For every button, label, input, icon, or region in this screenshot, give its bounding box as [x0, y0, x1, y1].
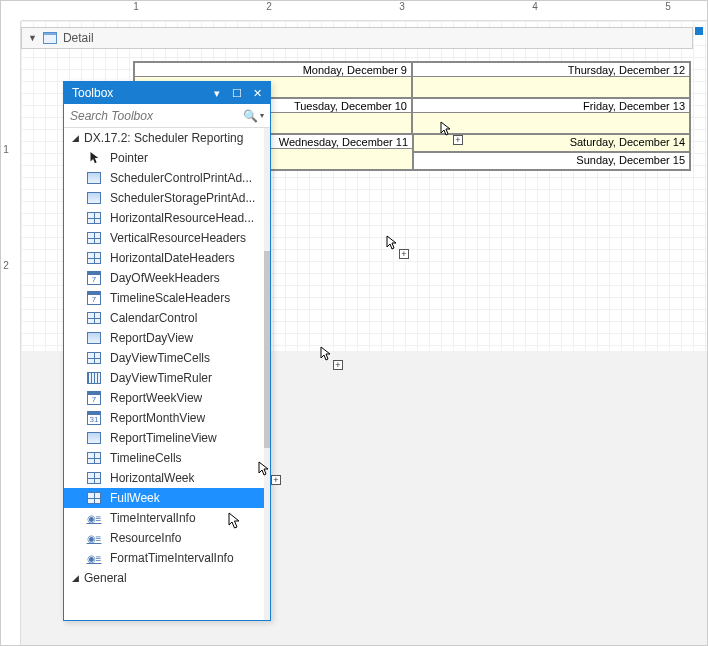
toolbox-item-label: DayOfWeekHeaders	[110, 271, 220, 285]
toolbox-item-label: TimelineScaleHeaders	[110, 291, 230, 305]
scheduler-cell: Sunday, December 15	[413, 152, 690, 170]
toolbox-item-label: ReportWeekView	[110, 391, 202, 405]
toolbox-item[interactable]: HorizontalWeek	[64, 468, 270, 488]
toolbox-category[interactable]: ◢ DX.17.2: Scheduler Reporting	[64, 128, 270, 148]
toolbox-item[interactable]: VerticalResourceHeaders	[64, 228, 270, 248]
maximize-icon[interactable]: ☐	[228, 85, 246, 101]
search-icon[interactable]: 🔍	[243, 109, 258, 123]
toolbox-item-label: HorizontalDateHeaders	[110, 251, 235, 265]
toolbox-item-label: ResourceInfo	[110, 531, 181, 545]
toolbox-list[interactable]: ◢ DX.17.2: Scheduler Reporting PointerSc…	[64, 128, 270, 620]
toolbox-item-label: ReportTimelineView	[110, 431, 217, 445]
caret-down-icon: ◢	[72, 133, 80, 143]
close-icon[interactable]: ✕	[248, 85, 266, 101]
toolbox-item-label: Pointer	[110, 151, 148, 165]
toolbox-category[interactable]: ◢ General	[64, 568, 270, 588]
category-label: DX.17.2: Scheduler Reporting	[84, 131, 243, 145]
toolbox-item-label: CalendarControl	[110, 311, 197, 325]
toolbox-item[interactable]: TimelineCells	[64, 448, 270, 468]
toolbox-title: Toolbox	[72, 86, 206, 100]
toolbox-item[interactable]: SchedulerStoragePrintAd...	[64, 188, 270, 208]
toolbox-item[interactable]: ReportTimelineView	[64, 428, 270, 448]
horizontal-ruler: 1 2 3 4 5	[21, 1, 707, 21]
toolbox-item-label: ReportDayView	[110, 331, 193, 345]
toolbox-item-label: HorizontalWeek	[110, 471, 194, 485]
toolbox-item[interactable]: ◉≡FormatTimeIntervalInfo	[64, 548, 270, 568]
toolbox-item[interactable]: DayViewTimeCells	[64, 348, 270, 368]
collapse-icon[interactable]: ▼	[28, 33, 37, 43]
toolbox-item-label: TimeIntervalInfo	[110, 511, 196, 525]
toolbox-item-label: SchedulerControlPrintAd...	[110, 171, 252, 185]
day-header: Sunday, December 15	[414, 153, 689, 169]
toolbox-item[interactable]: HorizontalResourceHead...	[64, 208, 270, 228]
selection-handle[interactable]	[695, 27, 703, 35]
dropdown-icon[interactable]: ▾	[208, 85, 226, 101]
day-header: Thursday, December 12	[413, 63, 689, 77]
category-label: General	[84, 571, 127, 585]
scrollbar-track[interactable]	[264, 128, 270, 620]
toolbox-item-label: FullWeek	[110, 491, 160, 505]
search-dropdown-icon[interactable]: ▾	[260, 111, 264, 120]
toolbox-item-label: FormatTimeIntervalInfo	[110, 551, 234, 565]
toolbox-item-label: HorizontalResourceHead...	[110, 211, 254, 225]
toolbox-item-label: VerticalResourceHeaders	[110, 231, 246, 245]
day-header: Monday, December 9	[135, 63, 411, 77]
toolbox-item[interactable]: HorizontalDateHeaders	[64, 248, 270, 268]
scrollbar-thumb[interactable]	[264, 251, 270, 448]
scheduler-cell: Friday, December 13	[412, 98, 690, 134]
day-header: Saturday, December 14	[414, 135, 689, 151]
toolbox-item-label: TimelineCells	[110, 451, 182, 465]
toolbox-item[interactable]: CalendarControl	[64, 308, 270, 328]
toolbox-item[interactable]: SchedulerControlPrintAd...	[64, 168, 270, 188]
toolbox-panel[interactable]: Toolbox ▾ ☐ ✕ 🔍 ▾ ◢ DX.17.2: Scheduler R…	[63, 81, 271, 621]
toolbox-item[interactable]: DayViewTimeRuler	[64, 368, 270, 388]
toolbox-item[interactable]: Pointer	[64, 148, 270, 168]
detail-band-header[interactable]: ▼ Detail	[21, 27, 693, 49]
toolbox-item[interactable]: ReportDayView	[64, 328, 270, 348]
day-header: Friday, December 13	[413, 99, 689, 113]
toolbox-item-label: SchedulerStoragePrintAd...	[110, 191, 255, 205]
toolbox-item[interactable]: 31ReportMonthView	[64, 408, 270, 428]
search-input[interactable]	[70, 109, 243, 123]
vertical-ruler: 1 2	[1, 21, 21, 645]
toolbox-item[interactable]: 7TimelineScaleHeaders	[64, 288, 270, 308]
toolbox-item-label: DayViewTimeRuler	[110, 371, 212, 385]
toolbox-item[interactable]: FullWeek	[64, 488, 270, 508]
toolbox-item[interactable]: 7ReportWeekView	[64, 388, 270, 408]
toolbox-item-label: ReportMonthView	[110, 411, 205, 425]
detail-label: Detail	[63, 31, 94, 45]
toolbox-item-label: DayViewTimeCells	[110, 351, 210, 365]
toolbox-item[interactable]: ◉≡ResourceInfo	[64, 528, 270, 548]
toolbox-search[interactable]: 🔍 ▾	[64, 104, 270, 128]
scheduler-cell: Saturday, December 14	[413, 134, 690, 152]
toolbox-item[interactable]: 7DayOfWeekHeaders	[64, 268, 270, 288]
toolbox-titlebar[interactable]: Toolbox ▾ ☐ ✕	[64, 82, 270, 104]
caret-down-icon: ◢	[72, 573, 80, 583]
scheduler-cell: Thursday, December 12	[412, 62, 690, 98]
toolbox-item[interactable]: ◉≡TimeIntervalInfo	[64, 508, 270, 528]
detail-icon	[43, 32, 57, 44]
drag-cursor-icon: +	[385, 235, 405, 255]
